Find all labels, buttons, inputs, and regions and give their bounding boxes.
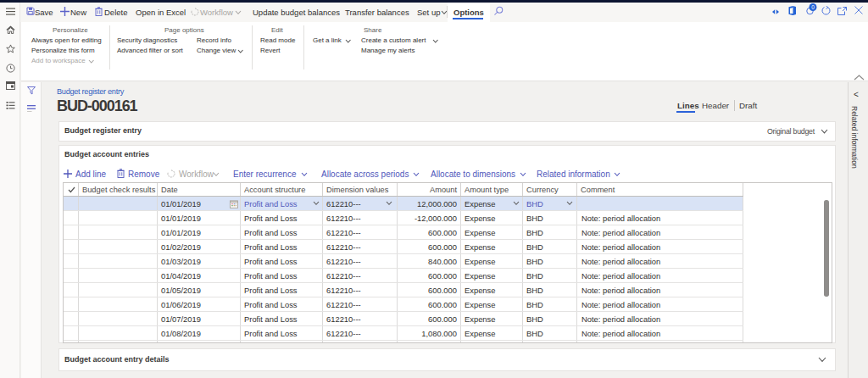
svg-text:0: 0 bbox=[811, 4, 815, 10]
